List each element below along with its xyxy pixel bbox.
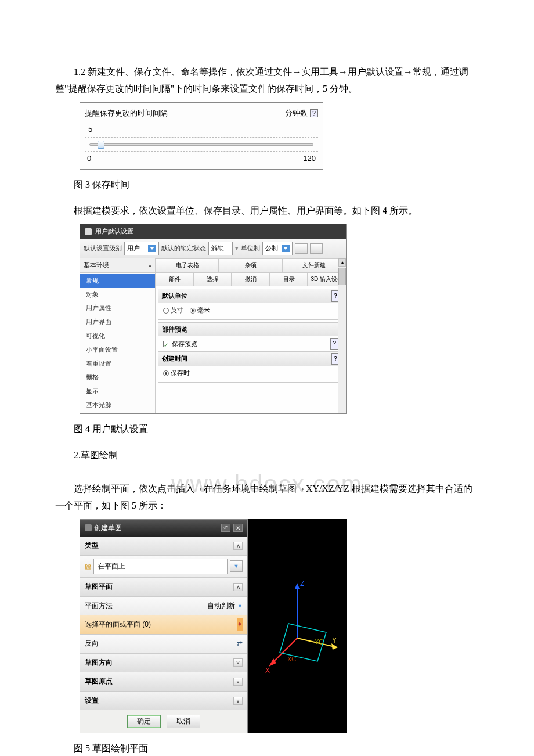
svg-marker-1 — [295, 582, 300, 588]
tree-item-grid[interactable]: 栅格 — [80, 370, 155, 384]
fig3-value: 5 — [85, 121, 318, 138]
tree-item-emphasis[interactable]: 着重设置 — [80, 357, 155, 371]
z-axis-label: Z — [300, 579, 304, 587]
heading-sketch: 2.草图绘制 — [55, 447, 479, 464]
toolbar-button-1[interactable] — [295, 243, 308, 254]
unit-system-label: 单位制 — [241, 243, 260, 254]
caption-4: 图 4 用户默认设置 — [55, 421, 479, 438]
undo-button[interactable]: ↶ — [221, 524, 230, 532]
section-default-unit: 默认单位 — [162, 290, 187, 302]
level-select[interactable]: 用户 — [124, 242, 159, 255]
tree-item-userattr[interactable]: 用户属性 — [80, 301, 155, 315]
caption-5: 图 5 草图绘制平面 — [55, 740, 479, 756]
x-axis-label: X — [265, 666, 270, 674]
level-label: 默认设置级别 — [84, 243, 122, 254]
figure-3: 提醒保存更改的时间间隔 分钟数 ? 5 0 120 — [55, 102, 479, 170]
lock-label: 默认的锁定状态 — [161, 243, 206, 254]
lock-value: 解锁 — [211, 243, 224, 254]
fig3-max: 120 — [303, 152, 316, 165]
tree-item-light[interactable]: 基本光源 — [80, 398, 155, 412]
check-save-preview[interactable]: 保存预览 — [163, 338, 197, 350]
y-axis-label: Y — [332, 636, 337, 644]
category-tree[interactable]: 基本环境 ▴ 常规 对象 用户属性 用户界面 可视化 小平面设置 着重设置 栅格… — [80, 258, 156, 413]
tab-catalog[interactable]: 目录 — [270, 272, 308, 286]
plane-icon: ▧ — [85, 560, 91, 573]
expand-icon[interactable]: v — [233, 658, 243, 667]
level-value: 用户 — [127, 243, 140, 254]
dropdown-button[interactable]: ▼ — [230, 560, 243, 572]
caption-3: 图 3 保存时间 — [55, 177, 479, 193]
radio-mm[interactable]: 毫米 — [190, 305, 210, 316]
yc-axis-label: YC — [315, 638, 323, 645]
help-icon[interactable]: ? — [310, 109, 318, 117]
section-preview: 部件预览 — [162, 324, 187, 336]
sketch-plane-label: 草图平面 — [85, 581, 113, 593]
tree-item-visual[interactable]: 可视化 — [80, 329, 155, 343]
scrollbar-thumb[interactable] — [338, 268, 346, 285]
section-creation-time: 创建时间 — [162, 353, 187, 365]
type-select[interactable]: 在平面上 — [93, 559, 228, 575]
radio-inch[interactable]: 英寸 — [163, 305, 183, 316]
coordinate-axes: Z Y YC X XC — [248, 519, 347, 734]
save-interval-slider[interactable] — [85, 138, 318, 152]
figure-4: 用户默认设置 默认设置级别 用户 默认的锁定状态 解锁 ▾ 单位制 公制 基本环… — [55, 224, 479, 413]
select-face-label: 选择平的面或平面 (0) — [85, 618, 151, 631]
tab-part[interactable]: 部件 — [156, 272, 194, 286]
xc-axis-label: XC — [287, 655, 296, 662]
plane-method-label: 平面方法 — [85, 600, 113, 613]
fig3-unit-label: 分钟数 — [285, 109, 308, 117]
sketch-origin-label: 草图原点 — [85, 675, 113, 688]
select-face-button[interactable]: ✦ — [237, 618, 243, 631]
unit-select[interactable]: 公制 — [262, 242, 293, 255]
tab-filenew[interactable]: 文件新建 — [283, 258, 346, 272]
tree-item-ui[interactable]: 用户界面 — [80, 315, 155, 329]
close-button[interactable]: ✕ — [233, 524, 243, 532]
expand-icon[interactable]: v — [233, 697, 243, 705]
radio-on-save[interactable]: 保存时 — [163, 368, 190, 379]
lock-select[interactable]: 解锁 — [208, 242, 233, 255]
dialog-title: 创建草图 — [94, 522, 122, 535]
paragraph-1: 1.2 新建文件、保存文件、命名等操作，依次通过文件→实用工具→用户默认设置→常… — [55, 64, 479, 98]
cancel-button[interactable]: 取消 — [167, 715, 200, 728]
paragraph-3: 选择绘制平面，依次点击插入→在任务环境中绘制草图→XY/XZ/YZ 根据建模需要… — [55, 481, 479, 514]
type-label: 类型 — [85, 539, 99, 552]
unit-value: 公制 — [265, 243, 278, 254]
ok-button[interactable]: 确定 — [127, 715, 161, 728]
scroll-up-icon[interactable]: ▴ — [338, 258, 346, 267]
tree-item-general[interactable]: 常规 — [80, 274, 155, 288]
tab-undo[interactable]: 撤消 — [232, 272, 270, 286]
fig3-min: 0 — [87, 152, 91, 165]
tree-header: 基本环境 — [84, 260, 109, 271]
plane-method-select[interactable]: 自动判断 — [207, 600, 235, 613]
create-sketch-dialog: 创建草图 ↶ ✕ 类型 ʌ ▧ 在平面上 ▼ 草图平面 ʌ — [80, 519, 248, 734]
fig3-label: 提醒保存更改的时间间隔 — [85, 106, 168, 120]
help-icon[interactable]: ? — [330, 338, 338, 350]
paragraph-2: 根据建模要求，依次设置单位、保存目录、用户属性、用户界面等。如下图 4 所示。 — [55, 203, 479, 219]
fig4-title: 用户默认设置 — [95, 226, 134, 237]
settings-label: 设置 — [85, 694, 99, 707]
tab-misc[interactable]: 杂项 — [219, 258, 282, 272]
right-scrollbar[interactable]: ▴ — [338, 258, 346, 413]
gear-icon — [85, 524, 92, 531]
tree-item-facet[interactable]: 小平面设置 — [80, 343, 155, 357]
tree-item-object[interactable]: 对象 — [80, 288, 155, 302]
dropdown-button[interactable]: ▼ — [237, 600, 243, 613]
reverse-label: 反向 — [85, 638, 99, 650]
tab-spreadsheet[interactable]: 电子表格 — [156, 258, 219, 272]
dropdown-icon — [282, 245, 290, 252]
tree-item-display[interactable]: 显示 — [80, 384, 155, 398]
settings-icon — [85, 228, 92, 235]
tab-select[interactable]: 选择 — [194, 272, 232, 286]
toolbar-button-2[interactable] — [310, 243, 323, 254]
figure-5: 创建草图 ↶ ✕ 类型 ʌ ▧ 在平面上 ▼ 草图平面 ʌ — [55, 519, 479, 734]
sketch-direction-label: 草图方向 — [85, 657, 113, 669]
expand-icon[interactable]: v — [233, 678, 243, 686]
collapse-icon[interactable]: ʌ — [233, 583, 243, 591]
reverse-button[interactable]: ⇄ — [237, 638, 243, 650]
slider-thumb[interactable] — [98, 141, 104, 149]
scroll-up-icon[interactable]: ▴ — [149, 260, 151, 271]
collapse-icon[interactable]: ʌ — [233, 542, 243, 550]
dropdown-icon — [148, 245, 156, 252]
